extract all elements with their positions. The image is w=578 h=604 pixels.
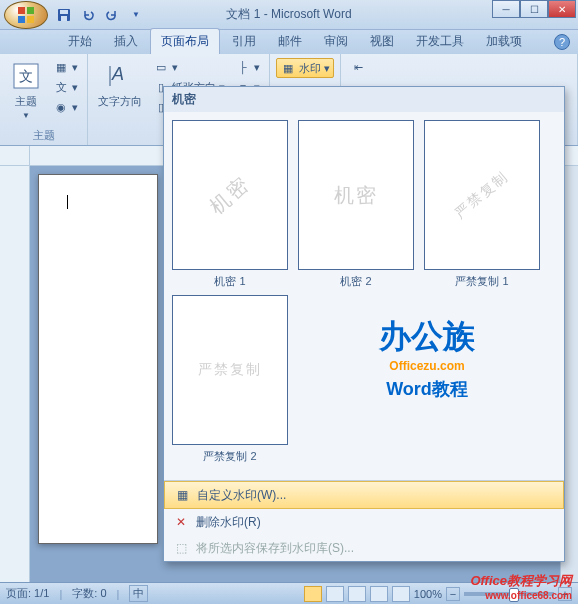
tab-addins[interactable]: 加载项 [476,29,532,54]
effects-icon: ◉ [53,99,69,115]
tab-review[interactable]: 审阅 [314,29,358,54]
save-icon[interactable] [54,5,74,25]
maximize-button[interactable]: ☐ [520,0,548,18]
breaks-button[interactable]: ├▾ [232,58,263,76]
ribbon-tabs: 开始 插入 页面布局 引用 邮件 审阅 视图 开发工具 加载项 ? [0,30,578,54]
watermark-thumb[interactable]: 严禁复制 严禁复制 2 [172,295,288,464]
window-title: 文档 1 - Microsoft Word [226,6,351,23]
tab-page-layout[interactable]: 页面布局 [150,28,220,54]
office-button[interactable] [4,1,48,29]
colors-icon: ▦ [53,59,69,75]
save-watermark-item: ⬚ 将所选内容保存到水印库(S)... [164,535,564,561]
tab-references[interactable]: 引用 [222,29,266,54]
themes-icon: 文 [10,60,42,92]
breaks-icon: ├ [235,59,251,75]
watermark-thumb[interactable]: 机密 机密 2 [298,120,414,289]
zoom-level[interactable]: 100% [414,588,442,600]
custom-watermark-item[interactable]: ▦ 自定义水印(W)... [164,481,564,509]
window-controls: ─ ☐ ✕ [492,0,576,18]
text-direction-button[interactable]: A 文字方向 [94,58,146,111]
fonts-icon: 文 [53,79,69,95]
svg-rect-5 [60,10,68,14]
minimize-button[interactable]: ─ [492,0,520,18]
status-lang-icon[interactable]: 中 [129,585,148,602]
remove-watermark-item[interactable]: ✕ 删除水印(R) [164,509,564,535]
margins-button[interactable]: ▭▾ [150,58,228,76]
tab-view[interactable]: 视图 [360,29,404,54]
text-direction-label: 文字方向 [98,94,142,109]
watermark-icon: ▦ [280,60,296,76]
quick-access-toolbar: ▼ [54,5,146,25]
margins-icon: ▭ [153,59,169,75]
help-icon[interactable]: ? [554,34,570,50]
tab-insert[interactable]: 插入 [104,29,148,54]
theme-effects-button[interactable]: ◉▾ [50,98,81,116]
svg-rect-3 [27,16,34,23]
svg-rect-2 [18,16,25,23]
redo-icon[interactable] [102,5,122,25]
logo-overlay: 办公族 Officezu.com Word教程 [302,315,552,444]
view-web-layout[interactable] [348,586,366,602]
close-button[interactable]: ✕ [548,0,576,18]
tab-home[interactable]: 开始 [58,29,102,54]
svg-rect-6 [61,16,67,21]
text-direction-icon: A [104,60,136,92]
watermark-button[interactable]: ▦水印 ▾ [276,58,334,78]
svg-rect-0 [18,7,25,14]
view-full-screen[interactable] [326,586,344,602]
svg-text:A: A [111,64,124,84]
indent-icon: ⇤ [350,59,366,75]
tab-mailings[interactable]: 邮件 [268,29,312,54]
watermark-gallery: 机密 机密 机密 1 机密 机密 2 严禁复制 严禁复制 1 严禁复制 严禁复制… [163,86,565,562]
titlebar: ▼ 文档 1 - Microsoft Word ─ ☐ ✕ [0,0,578,30]
view-print-layout[interactable] [304,586,322,602]
document-page[interactable] [38,174,158,544]
status-words[interactable]: 字数: 0 [72,586,106,601]
custom-watermark-icon: ▦ [173,486,191,504]
remove-watermark-icon: ✕ [172,513,190,531]
themes-label: 主题 [15,94,37,109]
vertical-ruler[interactable] [0,166,30,582]
undo-icon[interactable] [78,5,98,25]
view-draft[interactable] [392,586,410,602]
themes-button[interactable]: 文 主题 ▼ [6,58,46,122]
theme-fonts-button[interactable]: 文▾ [50,78,81,96]
theme-colors-button[interactable]: ▦▾ [50,58,81,76]
gallery-header: 机密 [164,87,564,112]
status-page[interactable]: 页面: 1/1 [6,586,49,601]
watermark-thumb[interactable]: 严禁复制 严禁复制 1 [424,120,540,289]
group-themes: 文 主题 ▼ ▦▾ 文▾ ◉▾ 主题 [0,54,88,145]
gallery-body: 机密 机密 1 机密 机密 2 严禁复制 严禁复制 1 严禁复制 严禁复制 2 … [164,112,564,480]
svg-text:文: 文 [19,68,33,84]
site-watermark: Office教程学习网 www.office68.com [470,572,572,601]
save-watermark-icon: ⬚ [172,539,190,557]
svg-rect-1 [27,7,34,14]
tab-developer[interactable]: 开发工具 [406,29,474,54]
zoom-out-button[interactable]: − [446,587,460,601]
qat-dropdown-icon[interactable]: ▼ [126,5,146,25]
gallery-menu: ▦ 自定义水印(W)... ✕ 删除水印(R) ⬚ 将所选内容保存到水印库(S)… [164,480,564,561]
watermark-thumb[interactable]: 机密 机密 1 [172,120,288,289]
view-outline[interactable] [370,586,388,602]
text-cursor [67,195,68,209]
ruler-corner [0,146,30,165]
group-themes-label: 主题 [6,128,81,143]
indent-button[interactable]: ⇤ [347,58,369,76]
